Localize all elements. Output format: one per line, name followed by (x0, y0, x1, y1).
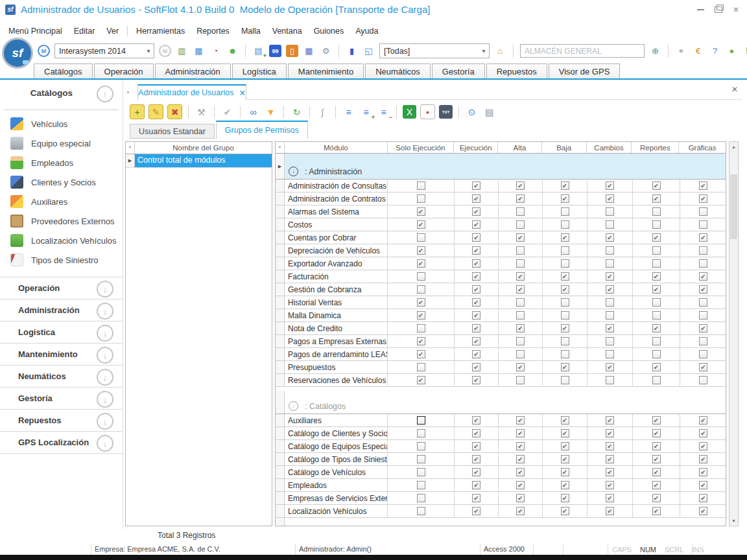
sidebar-section-gestoria[interactable]: Gestoría↓ (0, 388, 123, 410)
checkbox-checked[interactable]: ✔ (561, 481, 569, 489)
permission-cell-solo-ejecucion[interactable] (388, 453, 455, 465)
module-tab-gestoria[interactable]: Gestoría (432, 64, 485, 78)
permission-cell-ejecucion[interactable]: ✔ (455, 492, 499, 504)
checkbox-unchecked[interactable] (417, 494, 425, 502)
checkbox-checked[interactable]: ✔ (472, 455, 480, 463)
permission-cell-ejecucion[interactable]: ✔ (455, 270, 499, 283)
checkbox-checked[interactable]: ✔ (516, 494, 525, 502)
permission-cell-reportes[interactable] (633, 348, 680, 360)
permission-cell-baja[interactable]: ✔ (543, 505, 587, 517)
sidebar-section-gps-localizacion[interactable]: GPS Localización↓ (0, 432, 123, 454)
permission-cell-alta[interactable]: ✔ (499, 322, 543, 334)
checkbox-checked[interactable]: ✔ (652, 494, 661, 502)
permission-cell-solo-ejecucion[interactable]: ✔ (388, 309, 455, 321)
module-row-exportador-avanzado[interactable]: Exportador Avanzado✔✔ (276, 257, 726, 270)
permission-cell-solo-ejecucion[interactable] (388, 361, 455, 373)
menu-item-herramientas[interactable]: Herramientas (130, 23, 191, 39)
edit-record-icon[interactable]: ✎ (148, 104, 163, 119)
checkbox-checked[interactable]: ✔ (516, 324, 525, 332)
permission-cell-ejecucion[interactable]: ✔ (455, 283, 499, 296)
checkbox-checked[interactable]: ✔ (699, 442, 707, 450)
expand-down-icon[interactable]: ↓ (97, 435, 113, 452)
permission-cell-graficas[interactable] (680, 335, 726, 347)
permission-cell-cambios[interactable]: ✔ (587, 466, 633, 478)
module-row-nota-de-credito[interactable]: Nota de Credito✔✔✔✔✔✔ (276, 322, 726, 335)
print-preview-icon[interactable]: ⊙ (465, 105, 479, 119)
permission-cell-cambios[interactable]: ✔ (587, 427, 633, 439)
module-row-depreciacion-de-vehiculos[interactable]: Depreciación de Vehículos✔✔ (276, 244, 726, 257)
sidebar-item-clientes-y-socios[interactable]: Clientes y Socios (0, 172, 123, 192)
checkbox-unchecked[interactable] (417, 181, 425, 190)
permission-cell-ejecucion[interactable]: ✔ (455, 453, 499, 465)
checkbox-checked[interactable]: ✔ (516, 272, 525, 281)
checkbox-unchecked[interactable] (516, 259, 525, 268)
checkbox-checked[interactable]: ✔ (417, 207, 425, 216)
permission-cell-ejecucion[interactable]: ✔ (455, 374, 499, 386)
checkbox-checked[interactable]: ✔ (472, 324, 480, 332)
checkbox-checked[interactable]: ✔ (652, 507, 661, 515)
permission-cell-cambios[interactable] (587, 348, 633, 360)
checkbox-unchecked[interactable] (516, 246, 525, 255)
checkbox-unchecked[interactable] (606, 207, 614, 216)
checkbox-unchecked[interactable] (516, 376, 525, 384)
checkbox-checked[interactable]: ✔ (561, 429, 569, 438)
permission-cell-baja[interactable]: ✔ (543, 231, 587, 244)
permission-cell-reportes[interactable]: ✔ (633, 270, 680, 283)
permission-cell-ejecucion[interactable]: ✔ (455, 361, 499, 373)
restore-icon[interactable] (715, 6, 722, 13)
expand-nodes-icon[interactable]: ≡+ (359, 105, 373, 119)
checkbox-checked[interactable]: ✔ (417, 298, 425, 307)
checkbox-checked[interactable]: ✔ (472, 233, 480, 242)
permission-cell-alta[interactable]: ✔ (499, 192, 543, 205)
txt-export-icon[interactable]: TXT (439, 105, 453, 119)
module-row-historial-ventas[interactable]: Historial Ventas✔✔ (276, 296, 726, 309)
permission-cell-baja[interactable]: ✔ (543, 427, 587, 439)
checkbox-unchecked[interactable] (561, 259, 569, 268)
checkbox-checked[interactable]: ✔ (516, 455, 525, 463)
tree-view-icon[interactable]: ≡ (342, 105, 355, 119)
checkbox-unchecked[interactable] (516, 311, 525, 320)
checkbox-checked[interactable]: ✔ (472, 298, 480, 307)
checkbox-checked[interactable]: ✔ (561, 507, 569, 515)
permission-cell-graficas[interactable]: ✔ (680, 361, 726, 373)
checkbox-checked[interactable]: ✔ (652, 324, 661, 332)
book-icon[interactable]: ▮ (346, 45, 358, 57)
checkbox-unchecked[interactable] (417, 442, 425, 450)
permission-cell-ejecucion[interactable]: ✔ (455, 466, 499, 478)
permission-cell-alta[interactable]: ✔ (499, 453, 543, 465)
add-record-icon[interactable]: + (130, 104, 145, 119)
permission-cell-solo-ejecucion[interactable]: ✔ (388, 257, 455, 270)
expand-down-icon[interactable]: ↓ (97, 325, 113, 342)
permission-cell-cambios[interactable]: ✔ (587, 479, 633, 491)
checkbox-checked[interactable]: ✔ (606, 468, 614, 476)
flag-icon[interactable]: ⚑ (742, 45, 747, 57)
permission-cell-solo-ejecucion[interactable] (388, 322, 455, 334)
permission-cell-reportes[interactable] (633, 309, 680, 321)
checkbox-checked[interactable]: ✔ (472, 376, 480, 384)
checkbox-checked[interactable]: ✔ (699, 324, 707, 332)
permission-cell-solo-ejecucion[interactable] (388, 192, 455, 205)
checkbox-checked[interactable]: ✔ (652, 416, 661, 425)
permission-cell-alta[interactable] (499, 309, 543, 321)
chevron-down-icon[interactable]: ▾ (479, 47, 489, 54)
permission-cell-reportes[interactable] (633, 374, 680, 386)
permission-cell-ejecucion[interactable]: ✔ (455, 309, 499, 321)
group-row-selected[interactable]: ▶ Control total de módulos (126, 154, 272, 168)
permission-cell-ejecucion[interactable]: ✔ (455, 257, 499, 270)
permission-cell-alta[interactable]: ✔ (499, 231, 543, 244)
checkbox-checked[interactable]: ✔ (516, 481, 525, 489)
subtab-grupos-de-permisos[interactable]: Grupos de Permisos (216, 121, 308, 139)
checkbox-checked[interactable]: ✔ (472, 416, 480, 425)
collapse-group-icon[interactable]: ↓ (289, 401, 298, 411)
permission-cell-reportes[interactable] (633, 205, 680, 218)
checkbox-unchecked[interactable] (652, 207, 661, 216)
checkbox-checked[interactable]: ✔ (606, 481, 614, 489)
document-close-icon[interactable]: ✕ (731, 85, 738, 94)
permission-cell-reportes[interactable]: ✔ (633, 231, 680, 244)
permission-cell-alta[interactable] (499, 335, 543, 347)
menu-item-menu-principal[interactable]: Menú Principal (3, 23, 68, 39)
permission-cell-baja[interactable] (543, 348, 587, 360)
module-row-empleados[interactable]: Empleados✔✔✔✔✔✔ (276, 479, 726, 492)
permission-cell-baja[interactable]: ✔ (543, 414, 587, 426)
checkbox-checked[interactable]: ✔ (561, 324, 569, 332)
